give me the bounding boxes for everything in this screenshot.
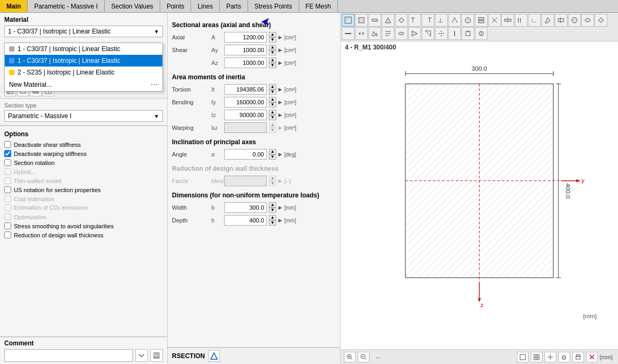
draw-btn-9[interactable] <box>462 14 474 27</box>
prop-input-depth[interactable] <box>224 215 267 226</box>
bottom-btn-zoom-out[interactable] <box>358 352 369 362</box>
bottom-btn-zoom-in[interactable] <box>344 352 356 362</box>
stepper-up-angle[interactable]: ▲ <box>269 149 276 154</box>
draw-btn-26[interactable] <box>422 27 434 40</box>
draw-btn-15[interactable] <box>541 14 554 27</box>
draw-btn-12[interactable] <box>501 14 514 27</box>
checkbox-thin-walled[interactable] <box>4 177 11 184</box>
prop-nav-angle[interactable]: ▶ <box>278 152 282 157</box>
stepper-up-iy[interactable]: ▲ <box>269 97 276 102</box>
material-item-1[interactable]: 1 - C30/37 | Isotropic | Linear Elastic <box>5 55 162 67</box>
stepper-down-iy[interactable]: ▼ <box>269 102 276 107</box>
bottom-btn-close[interactable] <box>586 352 598 362</box>
stepper-up-width[interactable]: ▲ <box>269 202 276 208</box>
draw-btn-11[interactable] <box>488 14 501 27</box>
stepper-up-iz[interactable]: ▲ <box>269 110 276 115</box>
draw-btn-27[interactable] <box>435 27 448 40</box>
draw-btn-1[interactable] <box>355 14 368 27</box>
checkbox-deactivate-warping[interactable] <box>4 150 11 157</box>
comment-save-btn[interactable] <box>150 349 163 362</box>
bottom-btn-settings[interactable]: ⚙ <box>558 352 570 362</box>
prop-nav-iz[interactable]: ▶ <box>278 112 282 118</box>
tab-lines[interactable]: Lines <box>191 0 220 12</box>
prop-nav-axial[interactable]: ▶ <box>278 35 282 40</box>
checkbox-hybrid[interactable] <box>4 168 11 175</box>
prop-input-iy[interactable] <box>224 97 267 107</box>
stepper-up-it[interactable]: ▲ <box>269 84 276 89</box>
prop-nav-ay[interactable]: ▶ <box>278 47 282 53</box>
prop-input-it[interactable] <box>224 84 267 95</box>
draw-btn-29[interactable] <box>462 27 474 40</box>
stepper-down-ay[interactable]: ▼ <box>269 50 276 55</box>
stepper-down-az[interactable]: ▼ <box>269 63 276 68</box>
stepper-down-width[interactable]: ▼ <box>269 208 276 213</box>
checkbox-section-rotation[interactable] <box>4 159 11 166</box>
material-dropdown[interactable]: 1 - C30/37 | Isotropic | Linear Elastic … <box>4 26 163 37</box>
draw-btn-7[interactable]: ⊥ <box>435 14 448 27</box>
draw-btn-select[interactable] <box>342 14 355 27</box>
stepper-down-angle[interactable]: ▼ <box>269 154 276 160</box>
draw-btn-21[interactable] <box>355 27 368 40</box>
prop-nav-it[interactable]: ▶ <box>278 87 282 92</box>
checkbox-stress-smoothing[interactable] <box>4 222 11 229</box>
bottom-btn-axes[interactable] <box>545 352 556 362</box>
checkbox-deactivate-shear[interactable] <box>4 141 11 148</box>
draw-btn-28[interactable] <box>448 27 461 40</box>
bottom-btn-grid[interactable] <box>531 352 542 362</box>
draw-btn-14[interactable]: ∟ <box>528 14 541 27</box>
draw-btn-2[interactable] <box>368 14 381 27</box>
comment-expand-btn[interactable] <box>135 349 148 362</box>
draw-btn-23[interactable] <box>382 27 394 40</box>
draw-btn-3[interactable] <box>382 14 394 27</box>
draw-btn-25[interactable] <box>408 27 421 40</box>
checkbox-optimization[interactable] <box>4 213 11 220</box>
draw-btn-24[interactable] <box>395 27 408 40</box>
tab-main[interactable]: Main <box>0 0 28 12</box>
prop-input-width[interactable] <box>224 202 267 213</box>
section-type-dropdown[interactable]: Parametric - Massive I ▼ <box>4 110 163 122</box>
draw-btn-10[interactable] <box>475 14 488 27</box>
stepper-up-axial[interactable]: ▲ <box>269 32 276 37</box>
tab-fe-mesh[interactable]: FE Mesh <box>299 0 338 12</box>
draw-btn-17[interactable] <box>568 14 581 27</box>
checkbox-cost-estimation[interactable] <box>4 195 11 202</box>
draw-btn-20[interactable] <box>342 27 355 40</box>
comment-input[interactable] <box>4 349 133 362</box>
material-item-0[interactable]: 1 - C30/37 | Isotropic | Linear Elastic <box>5 43 162 55</box>
stepper-up-ay[interactable]: ▲ <box>269 45 276 50</box>
prop-input-ay[interactable] <box>224 45 267 55</box>
prop-input-az[interactable] <box>224 57 267 68</box>
stepper-down-it[interactable]: ▼ <box>269 89 276 95</box>
prop-input-axial[interactable] <box>224 32 267 43</box>
draw-btn-13[interactable]: ΙΙ <box>515 14 528 27</box>
bottom-btn-print[interactable] <box>572 352 584 362</box>
prop-nav-width[interactable]: ▶ <box>278 205 282 210</box>
draw-btn-6[interactable]: T <box>422 14 434 27</box>
checkbox-us-notation[interactable] <box>4 186 11 193</box>
stepper-up-az[interactable]: ▲ <box>269 57 276 63</box>
material-item-3[interactable]: New Material... ⋯ <box>5 78 162 91</box>
tab-stress-points[interactable]: Stress Points <box>248 0 299 12</box>
tab-parametric-massive[interactable]: Parametric - Massive I <box>28 0 104 12</box>
stepper-down-iz[interactable]: ▼ <box>269 115 276 120</box>
draw-btn-4[interactable] <box>395 14 408 27</box>
prop-input-iz[interactable] <box>224 110 267 120</box>
bottom-btn-render[interactable] <box>517 352 529 362</box>
stepper-down-axial[interactable]: ▼ <box>269 37 276 43</box>
draw-btn-8[interactable] <box>448 14 461 27</box>
draw-btn-18[interactable] <box>581 14 594 27</box>
draw-btn-19[interactable] <box>595 14 607 27</box>
prop-nav-az[interactable]: ▶ <box>278 60 282 65</box>
tab-section-values[interactable]: Section Values <box>105 0 160 12</box>
tab-points[interactable]: Points <box>160 0 191 12</box>
rsection-icon-btn[interactable] <box>208 350 220 362</box>
checkbox-reduction-wall[interactable] <box>4 231 11 238</box>
tab-parts[interactable]: Parts <box>220 0 248 12</box>
stepper-up-depth[interactable]: ▲ <box>269 215 276 220</box>
prop-nav-depth[interactable]: ▶ <box>278 218 282 223</box>
stepper-down-depth[interactable]: ▼ <box>269 220 276 226</box>
draw-btn-22[interactable] <box>368 27 381 40</box>
checkbox-co2-estimation[interactable] <box>4 204 11 211</box>
draw-btn-16[interactable] <box>555 14 567 27</box>
prop-input-angle[interactable] <box>224 149 267 160</box>
